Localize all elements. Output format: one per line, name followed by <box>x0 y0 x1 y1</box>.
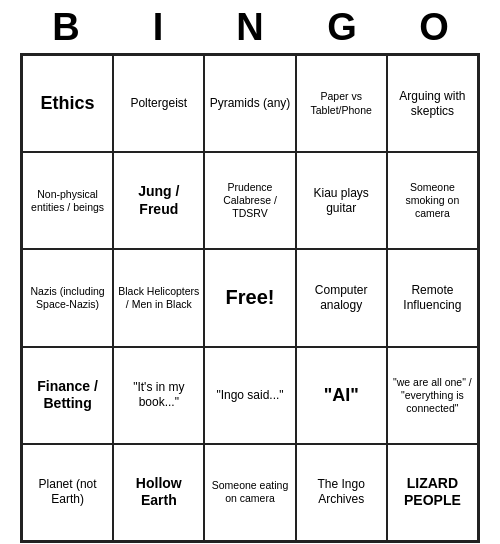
bingo-cell[interactable]: Remote Influencing <box>387 249 478 346</box>
bingo-cell[interactable]: Pyramids (any) <box>204 55 295 152</box>
bingo-cell[interactable]: The Ingo Archives <box>296 444 387 541</box>
bingo-cell[interactable]: LIZARD PEOPLE <box>387 444 478 541</box>
bingo-cell[interactable]: Non-physical entities / beings <box>22 152 113 249</box>
bingo-cell[interactable]: Jung / Freud <box>113 152 204 249</box>
bingo-letter: B <box>41 6 91 49</box>
bingo-cell[interactable]: Paper vs Tablet/Phone <box>296 55 387 152</box>
bingo-cell[interactable]: Someone eating on camera <box>204 444 295 541</box>
bingo-letter: N <box>225 6 275 49</box>
bingo-grid: EthicsPoltergeistPyramids (any)Paper vs … <box>20 53 480 543</box>
bingo-cell[interactable]: Planet (not Earth) <box>22 444 113 541</box>
bingo-cell[interactable]: Free! <box>204 249 295 346</box>
bingo-letter: I <box>133 6 183 49</box>
bingo-cell[interactable]: Ethics <box>22 55 113 152</box>
bingo-cell[interactable]: Black Helicopters / Men in Black <box>113 249 204 346</box>
bingo-cell[interactable]: Arguing with skeptics <box>387 55 478 152</box>
bingo-cell[interactable]: "AI" <box>296 347 387 444</box>
bingo-cell[interactable]: Prudence Calabrese / TDSRV <box>204 152 295 249</box>
bingo-cell[interactable]: Poltergeist <box>113 55 204 152</box>
bingo-letter: O <box>409 6 459 49</box>
bingo-cell[interactable]: "Ingo said..." <box>204 347 295 444</box>
bingo-cell[interactable]: Computer analogy <box>296 249 387 346</box>
bingo-title: BINGO <box>20 0 480 53</box>
bingo-letter: G <box>317 6 367 49</box>
bingo-cell[interactable]: Finance / Betting <box>22 347 113 444</box>
bingo-cell[interactable]: Hollow Earth <box>113 444 204 541</box>
bingo-cell[interactable]: "It's in my book..." <box>113 347 204 444</box>
bingo-cell[interactable]: Kiau plays guitar <box>296 152 387 249</box>
bingo-cell[interactable]: "we are all one" / "everything is connec… <box>387 347 478 444</box>
bingo-cell[interactable]: Nazis (including Space-Nazis) <box>22 249 113 346</box>
bingo-cell[interactable]: Someone smoking on camera <box>387 152 478 249</box>
